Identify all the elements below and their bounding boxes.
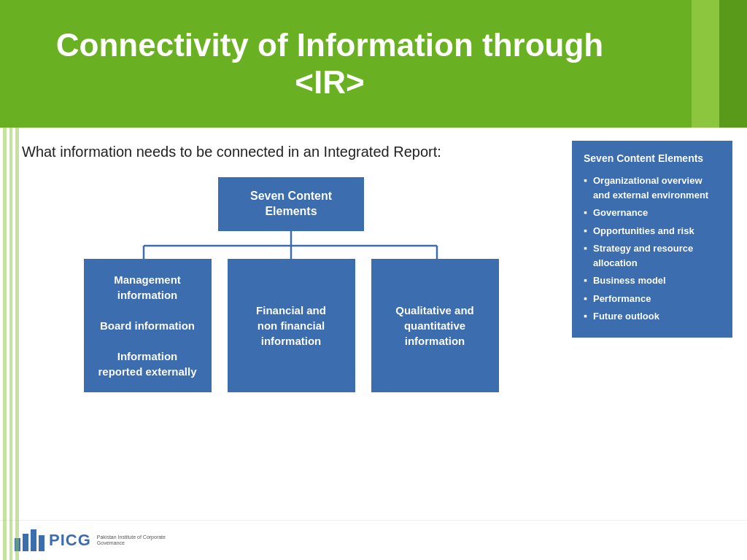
bottom-box-3: Qualitative andquantitativeinformation — [371, 259, 499, 392]
bottom-boxes: Management information Board information… — [80, 259, 503, 392]
connector-svg — [80, 231, 503, 259]
footer: PICG Pakistan Institute of Corporate Gov… — [0, 520, 747, 560]
stripe-3 — [15, 128, 19, 560]
sidebar-items-list: Organizational overview and external env… — [584, 174, 721, 324]
sidebar-item-6: Performance — [584, 292, 721, 306]
header: Connectivity of Information through <IR> — [0, 0, 747, 128]
bottom-box-1: Management information Board information… — [84, 259, 212, 392]
sidebar-card: Seven Content Elements Organizational ov… — [572, 141, 732, 338]
logo-subtext: Pakistan Institute of Corporate Governan… — [97, 534, 170, 547]
header-title: Connectivity of Information through <IR> — [29, 27, 718, 101]
stripe-1 — [3, 128, 7, 560]
diagram: Seven Content Elements — [22, 177, 560, 392]
bottom-box-3-label: Qualitative andquantitativeinformation — [395, 303, 474, 349]
top-box-label: Seven Content Elements — [250, 190, 332, 217]
sidebar-item-3: Opportunities and risk — [584, 224, 721, 238]
bottom-box-2-label: Financial andnon financialinformation — [256, 303, 326, 349]
bottom-box-1-label: Management information Board information… — [94, 272, 201, 379]
logo-bar-2 — [23, 534, 28, 551]
logo-bar-4 — [39, 535, 44, 551]
header-decoration — [692, 0, 747, 128]
main-content: What information needs to be connected i… — [0, 128, 747, 520]
sidebar-item-7: Future outlook — [584, 309, 721, 324]
bottom-box-2: Financial andnon financialinformation — [228, 259, 355, 392]
header-deco-bar-dark — [719, 0, 747, 128]
left-content: What information needs to be connected i… — [22, 141, 560, 513]
bb1-line1: Management information — [94, 272, 201, 303]
top-box: Seven Content Elements — [218, 177, 364, 231]
sidebar-item-5: Business model — [584, 273, 721, 288]
sidebar-card-title: Seven Content Elements — [584, 151, 721, 166]
connector-lines — [80, 231, 503, 259]
page-wrapper: Connectivity of Information through <IR>… — [0, 0, 747, 560]
logo-bar-3 — [31, 529, 36, 551]
sidebar-item-4: Strategy and resource allocation — [584, 241, 721, 270]
right-sidebar: Seven Content Elements Organizational ov… — [572, 141, 732, 513]
header-deco-bar-light — [692, 0, 719, 128]
bb1-line3: Information reported externally — [94, 349, 201, 379]
logo-text: PICG — [49, 531, 91, 550]
sidebar-item-1: Organizational overview and external env… — [584, 174, 721, 202]
intro-text: What information needs to be connected i… — [22, 141, 560, 163]
sidebar-item-2: Governance — [584, 206, 721, 220]
stripe-2 — [9, 128, 13, 560]
logo-container: PICG Pakistan Institute of Corporate Gov… — [15, 529, 170, 551]
left-stripes — [0, 128, 22, 560]
bb1-line2: Board information — [94, 318, 201, 333]
